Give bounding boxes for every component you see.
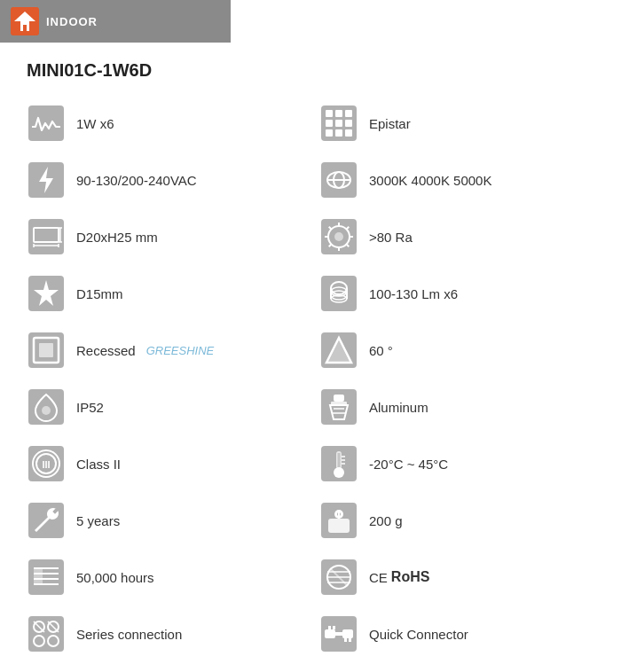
svg-rect-104 [344, 638, 347, 642]
svg-rect-13 [335, 129, 342, 137]
lumen-label: 100-130 Lm x6 [369, 286, 458, 301]
header-bar: INDOOR [0, 0, 231, 43]
wrench-icon [27, 501, 66, 540]
certification-label: CE RoHS [369, 569, 429, 585]
spec-lifetime: 50,000 hours [18, 549, 310, 606]
voltage-label: 90-130/200-240VAC [76, 173, 197, 188]
svg-rect-76 [328, 519, 350, 533]
svg-rect-7 [335, 110, 342, 117]
epistar-label: Epistar [369, 116, 411, 131]
temp-label: -20°C ~ 45°C [369, 457, 448, 472]
svg-rect-14 [345, 129, 352, 137]
class2-icon: III [27, 444, 66, 483]
warranty-label: 5 years [76, 513, 120, 528]
spec-colortemp: 3000K 4000K 5000K [310, 152, 603, 208]
spec-cri: >80 Ra [310, 208, 603, 265]
ip-label: IP52 [76, 400, 104, 415]
lightning-icon [27, 160, 66, 199]
house-icon [11, 7, 39, 35]
lifetime-label: 50,000 hours [76, 570, 154, 585]
dimensions-icon [27, 217, 66, 256]
svg-rect-99 [325, 629, 335, 638]
power-label: 1W x6 [76, 116, 114, 131]
svg-point-68 [334, 467, 344, 478]
aperture-icon [27, 274, 66, 313]
svg-rect-58 [334, 395, 344, 402]
recessed-icon [27, 331, 66, 370]
rohs-icon [319, 558, 358, 597]
connector-label: Quick Connector [369, 627, 468, 642]
spec-series: Series connection [18, 606, 310, 662]
spec-ip: IP52 [18, 379, 310, 435]
svg-point-56 [42, 406, 51, 415]
spec-class: III Class II [18, 435, 310, 492]
material-label: Aluminum [369, 400, 428, 415]
spec-mounting: Recessed GREESHINE [18, 322, 310, 379]
svg-rect-12 [326, 129, 333, 137]
svg-rect-69 [338, 453, 341, 467]
rohs-text: RoHS [391, 569, 430, 585]
spec-temp: -20°C ~ 45°C [310, 435, 603, 492]
ce-text: CE [369, 570, 388, 585]
spec-voltage: 90-130/200-240VAC [18, 152, 310, 208]
aperture-label: D15mm [76, 286, 123, 301]
temp-icon [319, 444, 358, 483]
series-label: Series connection [76, 627, 182, 642]
colortemp-label: 3000K 4000K 5000K [369, 173, 491, 188]
spec-aperture: D15mm [18, 265, 310, 322]
svg-rect-100 [342, 629, 353, 638]
svg-rect-102 [328, 626, 331, 629]
colortemp-icon [319, 160, 358, 199]
svg-rect-51 [39, 343, 53, 357]
svg-point-39 [334, 232, 343, 241]
spec-certification: CE RoHS [310, 549, 603, 606]
svg-rect-10 [335, 120, 342, 127]
svg-text:III: III [42, 459, 50, 470]
connector-icon [319, 614, 358, 653]
svg-rect-3 [23, 25, 27, 31]
cri-icon [319, 217, 358, 256]
spec-dimensions: D20xH25 mm [18, 208, 310, 265]
spec-epistar: Epistar [310, 95, 603, 152]
svg-rect-6 [326, 110, 333, 117]
svg-rect-9 [326, 120, 333, 127]
epistar-icon [319, 104, 358, 143]
waveform-icon [27, 104, 66, 143]
mounting-label: Recessed [76, 343, 136, 358]
specs-container: 1W x6 Epistar 90-130/200-240VAC [18, 95, 603, 672]
svg-rect-103 [333, 626, 335, 629]
spec-scr: SCR Dimming [310, 662, 603, 672]
watermark-label: GREESHINE [146, 344, 215, 357]
angle-icon [319, 331, 358, 370]
header-label: INDOOR [46, 15, 98, 28]
angle-label: 60 ° [369, 343, 393, 358]
class-label: Class II [76, 457, 121, 472]
spec-warranty: 5 years [18, 492, 310, 549]
weight-icon [319, 501, 358, 540]
spec-angle: 60 ° [310, 322, 603, 379]
weight-label: 200 g [369, 513, 403, 528]
dimensions-label: D20xH25 mm [76, 230, 158, 245]
series-icon [27, 614, 66, 653]
svg-rect-84 [34, 568, 43, 584]
lumen-icon [319, 274, 358, 313]
svg-rect-105 [349, 638, 351, 642]
svg-rect-11 [345, 120, 352, 127]
spec-dimmable: Dimmable [18, 662, 310, 672]
lifetime-icon [27, 558, 66, 597]
spec-weight: 200 g [310, 492, 603, 549]
product-title: MINI01C-1W6D [27, 60, 594, 81]
ip-icon [27, 387, 66, 426]
spec-power: 1W x6 [18, 95, 310, 152]
spec-material: Aluminum [310, 379, 603, 435]
svg-rect-101 [335, 632, 342, 636]
svg-rect-8 [345, 110, 352, 117]
cri-label: >80 Ra [369, 230, 413, 245]
aluminum-icon [319, 387, 358, 426]
spec-lumen: 100-130 Lm x6 [310, 265, 603, 322]
spec-connector: Quick Connector [310, 606, 603, 662]
